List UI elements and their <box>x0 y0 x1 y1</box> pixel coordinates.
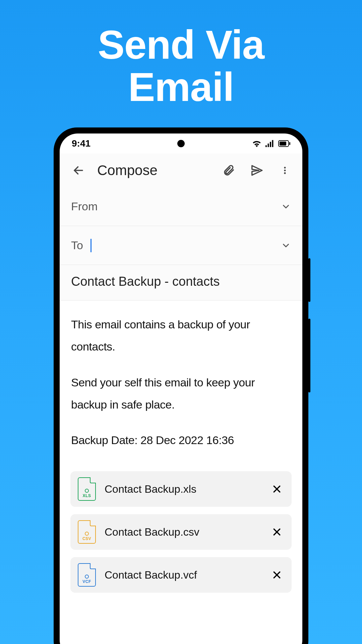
battery-icon <box>278 140 290 147</box>
attachment-name: Contact Backup.vcf <box>105 568 261 582</box>
svg-point-9 <box>284 167 286 168</box>
to-field[interactable]: To <box>60 226 302 265</box>
attachment-item[interactable]: VCF Contact Backup.vcf <box>70 557 292 593</box>
backup-date-line: Backup Date: 28 Dec 2022 16:36 <box>71 429 291 451</box>
svg-rect-6 <box>280 142 286 146</box>
body-paragraph: This email contains a backup of your con… <box>71 313 291 358</box>
wifi-icon <box>252 140 261 147</box>
svg-rect-2 <box>270 142 271 147</box>
attachment-item[interactable]: CSV Contact Backup.csv <box>70 514 292 550</box>
phone-side-button <box>308 258 310 302</box>
subject-field[interactable]: Contact Backup - contacts <box>60 265 302 301</box>
chevron-down-icon <box>281 240 291 251</box>
more-options-button[interactable] <box>276 161 294 180</box>
svg-point-11 <box>284 172 286 174</box>
to-label: To <box>71 239 83 252</box>
status-time: 9:41 <box>72 138 90 149</box>
attachment-item[interactable]: XLS Contact Backup.xls <box>70 471 292 507</box>
svg-marker-8 <box>252 166 262 175</box>
camera-dot <box>177 140 185 147</box>
remove-attachment-button[interactable] <box>269 568 284 582</box>
attach-button[interactable] <box>219 161 238 180</box>
send-button[interactable] <box>247 161 266 180</box>
close-icon <box>272 527 282 537</box>
promo-title: Send Via Email <box>0 0 362 108</box>
more-vertical-icon <box>280 165 290 176</box>
attachment-name: Contact Backup.xls <box>105 482 261 496</box>
promo-line-1: Send Via <box>0 23 362 66</box>
phone-frame: 9:41 Compose From <box>54 127 308 644</box>
svg-rect-3 <box>272 140 274 147</box>
app-bar-title: Compose <box>97 162 210 178</box>
svg-rect-5 <box>289 142 290 145</box>
paperclip-icon <box>222 164 235 177</box>
phone-screen: 9:41 Compose From <box>60 133 302 644</box>
chevron-down-icon <box>281 202 291 212</box>
signal-icon <box>265 140 274 147</box>
phone-side-button <box>308 319 310 392</box>
promo-line-2: Email <box>0 66 362 108</box>
svg-rect-0 <box>265 145 267 147</box>
compose-app-bar: Compose <box>60 154 302 187</box>
close-icon <box>272 484 282 494</box>
text-cursor <box>90 239 92 252</box>
status-bar: 9:41 <box>60 133 302 154</box>
remove-attachment-button[interactable] <box>269 525 284 539</box>
from-field[interactable]: From <box>60 187 302 226</box>
svg-rect-1 <box>268 144 269 147</box>
file-xls-icon: XLS <box>78 477 96 501</box>
arrow-left-icon <box>72 164 84 176</box>
from-label: From <box>71 200 98 213</box>
email-body[interactable]: This email contains a backup of your con… <box>60 301 302 471</box>
file-csv-icon: CSV <box>78 520 96 544</box>
send-icon <box>250 164 263 177</box>
svg-point-10 <box>284 169 286 171</box>
file-vcf-icon: VCF <box>78 563 96 587</box>
close-icon <box>272 570 282 580</box>
attachments-list: XLS Contact Backup.xls CSV Contact Backu… <box>60 471 302 593</box>
body-paragraph: Send your self this email to keep your b… <box>71 371 291 416</box>
remove-attachment-button[interactable] <box>269 482 284 496</box>
status-icons <box>252 140 290 147</box>
back-button[interactable] <box>69 161 88 180</box>
attachment-name: Contact Backup.csv <box>105 525 261 539</box>
